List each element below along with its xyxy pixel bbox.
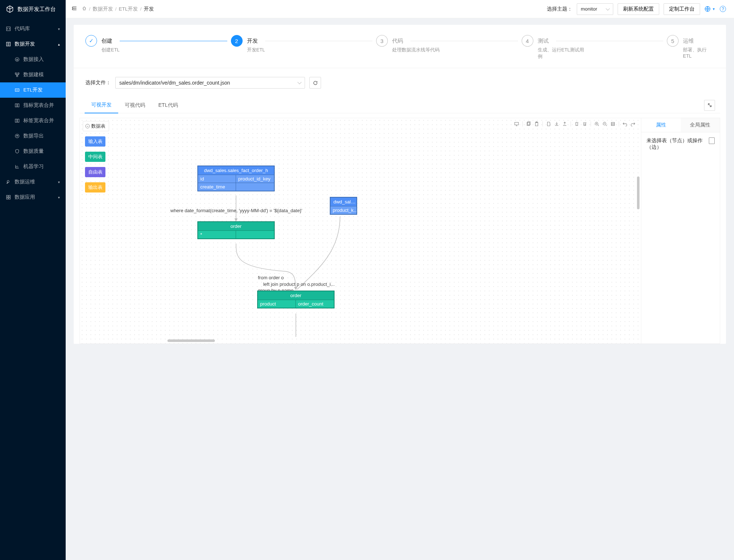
refresh-config-button[interactable]: 刷新系统配置 <box>618 3 659 15</box>
nav-data-quality[interactable]: 数据质量 <box>0 144 66 159</box>
tab-visual-dev[interactable]: 可视开发 <box>85 97 118 113</box>
delete-icon[interactable] <box>574 121 580 127</box>
node-mid-order[interactable]: order * <box>197 221 275 239</box>
file-row: 选择文件： sales/dm/indicator/ve/dm_sales.ord… <box>74 68 726 97</box>
node-mid-order-grouped[interactable]: order productorder_count <box>257 291 335 308</box>
svg-rect-14 <box>7 198 8 199</box>
steps: ✓ 创建 创建ETL 2 开发 <box>74 25 726 68</box>
svg-rect-7 <box>15 104 17 107</box>
merge-icon <box>15 103 20 108</box>
language-switch[interactable]: ▼ <box>704 6 715 12</box>
model-icon <box>15 72 20 77</box>
nav-data-dev[interactable]: 数据开发 ▴ <box>0 36 66 52</box>
palette-mid-table[interactable]: 中间表 <box>85 152 105 162</box>
file-icon[interactable] <box>546 121 552 127</box>
nav-data-model[interactable]: 数据建模 <box>0 67 66 82</box>
nav-etl-dev[interactable]: ETL开发 <box>0 82 66 98</box>
tab-etl-code[interactable]: ETL代码 <box>152 98 185 113</box>
palette-header[interactable]: − 数据表 <box>83 121 109 131</box>
export-icon <box>15 133 20 139</box>
shield-icon <box>15 149 20 154</box>
grid-icon <box>6 195 11 200</box>
chevron-down-icon: ▾ <box>58 180 60 184</box>
wrench-icon <box>6 179 11 184</box>
download-icon[interactable] <box>554 121 560 127</box>
nav-data-ops[interactable]: 数据运维 ▾ <box>0 174 66 190</box>
edge-label-where: where date_format(create_time, 'yyyy-MM-… <box>170 208 302 213</box>
nav-code-repo[interactable]: 代码库 ▾ <box>0 21 66 36</box>
nav-data-app[interactable]: 数据应用 ▾ <box>0 190 66 205</box>
upload-icon[interactable] <box>562 121 568 127</box>
zoom-in-icon[interactable] <box>594 121 600 127</box>
step-ops[interactable]: 5 运维 部署、执行ETL <box>667 35 714 60</box>
help-icon[interactable]: ? <box>720 6 726 12</box>
menu-fold-icon[interactable] <box>72 5 77 13</box>
redo-icon[interactable] <box>630 121 636 127</box>
code-icon <box>6 26 11 31</box>
canvas[interactable]: dwd_sales.sales_fact_order_h idproduct_i… <box>80 118 641 343</box>
breadcrumb-item[interactable]: ETL开发 <box>119 6 138 12</box>
nav-tag-merge[interactable]: 标签宽表合并 <box>0 113 66 128</box>
step-create[interactable]: ✓ 创建 创建ETL <box>85 35 231 60</box>
chevron-down-icon: ▾ <box>58 27 60 31</box>
svg-rect-4 <box>18 73 19 74</box>
node-input-product[interactable]: dwd_sal… product_k… <box>330 197 357 215</box>
step-develop[interactable]: 2 开发 开发ETL <box>231 35 376 60</box>
customize-workbench-button[interactable]: 定制工作台 <box>664 3 700 15</box>
home-icon[interactable] <box>82 6 87 12</box>
fullscreen-button[interactable] <box>704 100 715 111</box>
zoom-out-icon[interactable] <box>602 121 608 127</box>
app-title: 数据开发工作台 <box>18 6 56 13</box>
clear-icon[interactable] <box>582 121 588 127</box>
list-icon <box>6 42 11 47</box>
copy-icon[interactable] <box>526 121 532 127</box>
theme-select[interactable]: monitor <box>577 3 613 15</box>
etl-icon <box>15 88 20 93</box>
breadcrumb-current: 开发 <box>144 6 154 12</box>
palette-free-table[interactable]: 自由表 <box>85 167 105 177</box>
file-select[interactable]: sales/dm/indicator/ve/dm_sales.order_cou… <box>115 77 305 89</box>
vertical-scrollbar[interactable] <box>637 176 640 209</box>
palette-input-table[interactable]: 输入表 <box>85 136 105 147</box>
svg-rect-9 <box>15 119 17 122</box>
horizontal-scrollbar[interactable] <box>167 339 215 342</box>
chevron-down-icon: ▼ <box>712 7 715 11</box>
svg-rect-20 <box>536 122 538 126</box>
undo-icon[interactable] <box>622 121 628 127</box>
reload-button[interactable] <box>309 77 321 89</box>
theme-label: 选择主题： <box>547 6 572 12</box>
step-test[interactable]: 4 测试 生成、运行ETL测试用例 <box>522 35 667 60</box>
chart-icon <box>15 164 20 169</box>
tab-properties[interactable]: 属性 <box>641 118 681 132</box>
svg-rect-8 <box>18 104 19 107</box>
fit-icon[interactable] <box>610 121 616 127</box>
node-palette: − 数据表 输入表 中间表 自由表 输出表 <box>83 121 109 192</box>
canvas-toolbar <box>514 121 636 127</box>
canvas-wrap: − 数据表 输入表 中间表 自由表 输出表 <box>80 118 641 343</box>
nav: 代码库 ▾ 数据开发 ▴ 数据接入 数据建模 ETL开发 <box>0 18 66 560</box>
nav-data-import[interactable]: 数据接入 <box>0 52 66 67</box>
svg-rect-3 <box>15 73 17 74</box>
app-logo: 数据开发工作台 <box>0 0 66 18</box>
node-input-sales-fact[interactable]: dwd_sales.sales_fact_order_h idproduct_i… <box>197 166 275 191</box>
svg-rect-12 <box>7 195 8 197</box>
nav-metric-merge[interactable]: 指标宽表合并 <box>0 98 66 113</box>
nav-data-export[interactable]: 数据导出 <box>0 128 66 144</box>
import-icon <box>15 57 20 62</box>
step-code[interactable]: 3 代码 处理数据流水线等代码 <box>376 35 522 60</box>
nav-ml[interactable]: 机器学习 <box>0 159 66 174</box>
palette-out-table[interactable]: 输出表 <box>85 182 105 192</box>
properties-panel: 属性 全局属性 未选择表（节点）或操作（边） <box>641 118 720 343</box>
chevron-up-icon: ▴ <box>58 42 60 46</box>
tab-visual-code[interactable]: 可视代码 <box>118 98 152 113</box>
svg-rect-15 <box>9 198 10 199</box>
tab-global-properties[interactable]: 全局属性 <box>681 118 720 132</box>
screen-icon[interactable] <box>514 121 519 127</box>
file-icon[interactable] <box>709 137 715 144</box>
file-label: 选择文件： <box>85 79 111 86</box>
paste-icon[interactable] <box>534 121 540 127</box>
breadcrumb-item[interactable]: 数据开发 <box>93 6 113 12</box>
topbar: / 数据开发 / ETL开发 / 开发 选择主题： monitor 刷新系统配置… <box>66 0 734 18</box>
breadcrumb: / 数据开发 / ETL开发 / 开发 <box>82 6 154 12</box>
editor-tabs: 可视开发 可视代码 ETL代码 <box>80 97 720 113</box>
